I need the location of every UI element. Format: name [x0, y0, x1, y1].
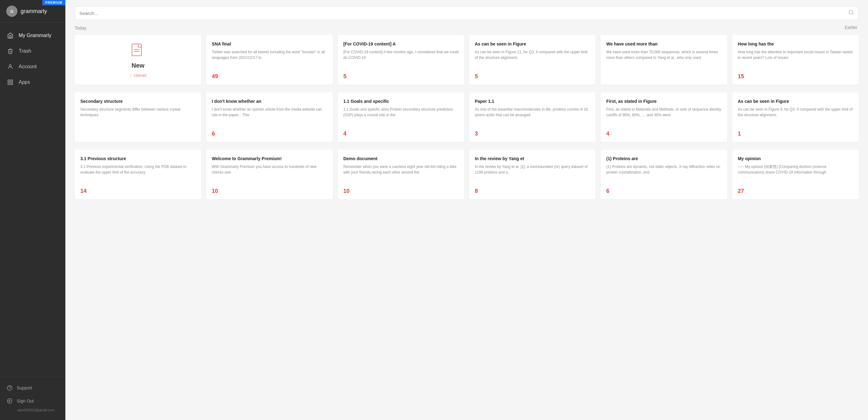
sidebar: PREMIUM G grammarly My Grammarly Trash A…: [0, 0, 65, 420]
svg-point-2: [9, 64, 11, 67]
search-icon: [848, 10, 854, 17]
sidebar-item-label: Account: [19, 64, 37, 69]
document-card-demo[interactable]: Demo document Remember when you were a c…: [338, 149, 464, 199]
card-score: 15: [738, 73, 853, 80]
card-score: 1: [738, 131, 853, 137]
brand-name: grammarly: [21, 8, 47, 15]
document-card-welcome-grammarly[interactable]: Welcome to Grammarly Premium! With Gramm…: [206, 149, 333, 199]
sidebar-item-my-grammarly[interactable]: My Grammarly: [0, 28, 65, 43]
card-preview: We have used more than 70,000 sequences,…: [606, 49, 721, 77]
document-card-my-opinion[interactable]: My opinion ----- My opinion (何家慧) [Compa…: [732, 149, 859, 199]
card-score: 6: [212, 131, 327, 137]
card-preview: 3.1 Previous experimental verification: …: [80, 164, 195, 185]
document-card-paper-1-1[interactable]: Paper 1.1 As one of the essential macrom…: [469, 92, 596, 142]
today-label-2: Today: [75, 26, 86, 31]
sidebar-item-trash[interactable]: Trash: [0, 43, 65, 59]
card-preview: How long has the attention to important …: [738, 49, 853, 70]
card-preview: In the review by Yang et al. [1], a nonr…: [475, 164, 590, 185]
document-card-goals-specific[interactable]: 1.1 Goals and specific 1.1 Goals and spe…: [338, 92, 464, 142]
document-card-sna-final[interactable]: SNA final Twitter was searched for all t…: [206, 35, 333, 85]
card-preview: Twitter was searched for all tweets incl…: [212, 49, 327, 70]
card-title: 3.1 Previous structure: [80, 156, 195, 161]
card-score: 10: [343, 188, 459, 194]
card-preview: As can be seen in Figure 9, for Q3, if c…: [738, 107, 853, 128]
sidebar-item-label: Trash: [19, 48, 31, 54]
document-card-as-can-be-seen-2[interactable]: As can be seen in Figure As can be seen …: [732, 92, 859, 142]
card-title: We have used more than: [606, 41, 721, 47]
sidebar-bottom: Support Sign Out alan000322@gmail.com: [0, 376, 65, 420]
card-preview: 1.1 Goals and specific aims Protein seco…: [343, 107, 459, 128]
card-title: I don't know whether an: [212, 99, 327, 104]
card-score: 27: [738, 188, 853, 194]
card-preview: (1) Proteins are dynamic, not static obj…: [606, 164, 721, 185]
card-title: How long has the: [738, 41, 853, 47]
account-icon: [6, 63, 14, 71]
document-card-covid-content[interactable]: [For COVID-19 content] A [For COVID-19 c…: [338, 35, 464, 85]
trash-icon: [6, 47, 14, 55]
sidebar-item-account[interactable]: Account: [0, 59, 65, 75]
card-score: 3: [475, 131, 590, 137]
sign-out-icon: [6, 398, 13, 404]
document-icon: [131, 43, 145, 61]
card-title: (1) Proteins are: [606, 156, 721, 161]
search-bar: [75, 0, 859, 25]
document-card-in-review[interactable]: In the review by Yang et In the review b…: [469, 149, 596, 199]
card-score: 49: [212, 73, 327, 80]
card-title: First, as stated in Figure: [606, 99, 721, 104]
document-card-3-1-previous[interactable]: 3.1 Previous structure 3.1 Previous expe…: [75, 149, 201, 199]
card-title: My opinion: [738, 156, 853, 161]
card-preview: With Grammarly Premium you have access t…: [212, 164, 327, 185]
card-preview: Secondary structure segments differ betw…: [80, 107, 195, 134]
search-input-wrapper[interactable]: [75, 6, 859, 20]
document-card-first-as-stated[interactable]: First, as stated in Figure First, as sta…: [600, 92, 727, 142]
card-title: 1.1 Goals and specific: [343, 99, 459, 104]
sidebar-nav: My Grammarly Trash Account Apps: [0, 23, 65, 376]
card-title: Demo document: [343, 156, 459, 161]
main-content: TodayEarlier New ↑ Upload SNA final Twit…: [65, 0, 868, 420]
card-preview: ----- My opinion (何家慧) [Comparing doctor…: [738, 164, 853, 185]
earlier-section-header: Earlier: [845, 25, 859, 30]
upload-button[interactable]: ↑ Upload: [129, 73, 146, 78]
document-card-proteins-are[interactable]: (1) Proteins are (1) Proteins are dynami…: [600, 149, 727, 199]
sidebar-item-label: Apps: [19, 80, 30, 85]
sidebar-sign-out[interactable]: Sign Out: [0, 394, 65, 408]
upload-text: Upload: [133, 73, 146, 78]
card-score: 14: [80, 188, 195, 194]
card-title: As can be seen in Figure: [738, 99, 853, 104]
support-label: Support: [17, 385, 32, 390]
card-title: As can be seen in Figure: [475, 41, 590, 47]
card-title: Welcome to Grammarly Premium!: [212, 156, 327, 161]
document-card-we-have-used[interactable]: We have used more than We have used more…: [600, 35, 727, 85]
document-card-i-dont-know[interactable]: I don't know whether an I don't know whe…: [206, 92, 333, 142]
svg-rect-6: [11, 83, 13, 85]
card-title: Paper 1.1: [475, 99, 590, 104]
svg-point-11: [849, 10, 853, 14]
premium-badge: PREMIUM: [42, 0, 65, 5]
document-card-as-can-be-seen-1[interactable]: As can be seen in Figure As can be seen …: [469, 35, 596, 85]
card-preview: [For COVID-19 content] A few months ago,…: [343, 49, 459, 70]
sidebar-item-apps[interactable]: Apps: [0, 75, 65, 90]
svg-rect-5: [8, 83, 10, 85]
home-icon: [6, 31, 14, 39]
card-title: In the review by Yang et: [475, 156, 590, 161]
svg-text:G: G: [10, 9, 13, 14]
search-input[interactable]: [80, 10, 848, 16]
sidebar-support[interactable]: Support: [0, 381, 65, 394]
document-card-secondary-structure[interactable]: Secondary structure Secondary structure …: [75, 92, 201, 142]
apps-icon: [6, 78, 14, 86]
document-card-how-long[interactable]: How long has the How long has the attent…: [732, 35, 859, 85]
card-score: 6: [606, 188, 721, 194]
card-score: 10: [212, 188, 327, 194]
svg-rect-3: [8, 80, 10, 82]
row2-cards-grid: Secondary structure Secondary structure …: [75, 92, 859, 142]
support-icon: [6, 385, 13, 391]
today-cards-grid: New ↑ Upload SNA final Twitter was searc…: [75, 35, 859, 85]
card-title: SNA final: [212, 41, 327, 47]
svg-line-12: [852, 13, 853, 14]
new-upload-card[interactable]: New ↑ Upload: [75, 35, 201, 85]
card-preview: As can be seen in Figure 11, for Q3, if …: [475, 49, 590, 70]
card-score: 4: [343, 131, 459, 137]
row3-cards-grid: 3.1 Previous structure 3.1 Previous expe…: [75, 149, 859, 199]
grammarly-logo-icon: G: [6, 6, 18, 17]
card-preview: Remember when you were a careless eight …: [343, 164, 459, 185]
